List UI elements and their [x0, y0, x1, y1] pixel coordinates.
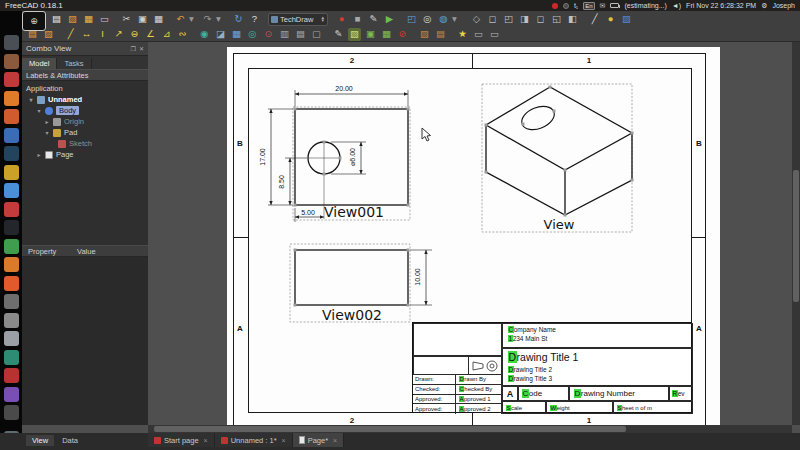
dock-screenshot-icon[interactable] — [4, 313, 19, 328]
drawing-title1-field[interactable]: Drawing Title 1 — [508, 351, 692, 363]
symbol-icon[interactable]: ★ — [456, 28, 469, 41]
checked-by-field[interactable]: Checked By — [456, 386, 492, 392]
dock-browser-icon[interactable] — [4, 128, 19, 143]
code-cell[interactable]: Code — [518, 386, 569, 401]
projection-group-icon[interactable]: ▦ — [230, 28, 243, 41]
insert-image-icon[interactable]: ▣ — [364, 28, 377, 41]
close-tab-icon[interactable]: × — [333, 437, 337, 444]
dock-obs-icon[interactable] — [4, 220, 19, 235]
expand-icon[interactable]: ▸ — [36, 151, 42, 158]
refresh-icon[interactable]: ↻ — [232, 13, 245, 26]
new-document-icon[interactable]: ▤ — [50, 13, 63, 26]
dock-variety-icon[interactable] — [4, 165, 19, 180]
drawing-number-cell[interactable]: Drawing Number — [569, 386, 669, 401]
float-panel-icon[interactable]: ❐ — [131, 45, 136, 52]
print-icon[interactable]: ▭ — [98, 13, 111, 26]
dock-archive-icon[interactable] — [4, 331, 19, 346]
front-view-icon[interactable]: ◻ — [486, 13, 499, 26]
section-view-icon[interactable]: ◪ — [214, 28, 227, 41]
tree-item-page[interactable]: ▸ Page — [22, 149, 148, 160]
dimension-hole-offset[interactable]: 8.50 — [278, 174, 285, 190]
whats-this-icon[interactable]: ? — [248, 13, 261, 26]
clip-remove-icon[interactable]: ▢ — [310, 28, 323, 41]
dock-video-icon[interactable] — [4, 387, 19, 402]
collapse-icon[interactable]: ▾ — [44, 129, 50, 136]
close-tab-icon[interactable]: × — [204, 437, 208, 444]
balloon-icon[interactable]: ⊙ — [262, 28, 275, 41]
leader-dimension-icon[interactable]: ∾ — [176, 28, 189, 41]
dock-calculator-icon[interactable] — [4, 294, 19, 309]
macro-edit-icon[interactable]: ✎ — [367, 13, 380, 26]
chat-tray-icon[interactable]: t₁ — [574, 2, 578, 9]
length-dimension-icon[interactable]: ╱ — [64, 28, 77, 41]
rear-view-icon[interactable]: ◻ — [534, 13, 547, 26]
view001-label[interactable]: View001 — [324, 204, 384, 220]
tab-model[interactable]: Model — [22, 58, 57, 69]
clip-group-icon[interactable]: ▥ — [278, 28, 291, 41]
property-table[interactable] — [22, 257, 148, 425]
copy-icon[interactable]: ▣ — [136, 13, 149, 26]
bottom-view-icon[interactable]: ◱ — [550, 13, 563, 26]
drawing-title3-field[interactable]: Drawing Title 3 — [508, 375, 692, 382]
dimension-height[interactable]: 17.00 — [259, 147, 266, 167]
frames-off-icon[interactable]: ⊘ — [396, 28, 409, 41]
drawing-canvas[interactable]: 2 1 2 1 B A B A — [148, 42, 800, 425]
close-panel-icon[interactable]: ✕ — [139, 45, 144, 52]
approved2-field[interactable]: Approved 2 — [456, 406, 491, 412]
doc-tab-start-page[interactable]: Start page × — [148, 433, 215, 447]
close-tab-icon[interactable]: × — [282, 437, 286, 444]
gear-icon[interactable]: ⚙ — [761, 2, 767, 10]
doc-tab-page[interactable]: Page* × — [293, 433, 345, 447]
export-dxf-icon[interactable]: ▭ — [488, 28, 501, 41]
turntable-icon[interactable]: ● — [604, 13, 617, 26]
hatch-icon[interactable]: ▨ — [418, 28, 431, 41]
insert-view-icon[interactable]: ◉ — [198, 28, 211, 41]
left-view-icon[interactable]: ◧ — [566, 13, 579, 26]
fit-all-icon[interactable]: ◰ — [405, 13, 418, 26]
geometric-hatch-icon[interactable]: ▤ — [434, 28, 447, 41]
dimension-width[interactable]: 20.00 — [334, 85, 354, 92]
open-document-icon[interactable]: ▨ — [66, 13, 79, 26]
macro-record-icon[interactable]: ● — [335, 13, 348, 26]
macro-play-icon[interactable]: ▶ — [383, 13, 396, 26]
approved1-field[interactable]: Approved 1 — [456, 396, 491, 402]
dropdown-caret-icon[interactable]: ▾ — [185, 13, 198, 26]
save-icon[interactable]: ▦ — [82, 13, 95, 26]
dock-redapp-icon[interactable] — [4, 368, 19, 383]
dimension-hole-diameter[interactable]: ⌀6.00 — [349, 147, 357, 167]
angle-dimension-icon[interactable]: ∠ — [144, 28, 157, 41]
tree-item-origin[interactable]: ▸ Origin — [22, 116, 148, 127]
address-field[interactable]: 1234 Main St — [508, 335, 692, 342]
diameter-dimension-icon[interactable]: ⊖ — [128, 28, 141, 41]
dock-media-icon[interactable] — [4, 72, 19, 87]
dock-firefox-icon[interactable] — [4, 91, 19, 106]
isometric-view-icon[interactable]: ◇ — [470, 13, 483, 26]
collapse-icon[interactable]: ▾ — [36, 107, 42, 114]
tree-item-unnamed[interactable]: ▾ Unnamed — [22, 94, 148, 105]
new-page-template-icon[interactable]: ▨ — [42, 28, 55, 41]
vertical-scrollbar[interactable] — [792, 42, 800, 425]
tree-item-body[interactable]: ▾ Body — [22, 105, 148, 116]
keyboard-layout-indicator[interactable]: En — [583, 2, 594, 10]
mail-tray-icon[interactable]: ✉ — [600, 2, 606, 10]
view-label[interactable]: View — [544, 217, 575, 232]
view002-label[interactable]: View002 — [322, 307, 382, 323]
dimension-hole-x[interactable]: 5.00 — [300, 209, 316, 216]
horizontal-scrollbar-thumb[interactable] — [154, 426, 626, 432]
dock-spreadsheet-icon[interactable] — [4, 239, 19, 254]
drawing-page[interactable]: 2 1 2 1 B A B A — [227, 47, 720, 428]
tab-tasks[interactable]: Tasks — [57, 58, 91, 69]
radius-dimension-icon[interactable]: ↗ — [112, 28, 125, 41]
dropdown-caret-icon[interactable]: ▾ — [212, 13, 225, 26]
new-page-default-icon[interactable]: ▤ — [26, 28, 39, 41]
dock-software-icon[interactable] — [4, 54, 19, 69]
macro-stop-icon[interactable]: ■ — [351, 13, 364, 26]
sheet-cell[interactable]: Sheet n of m — [613, 401, 693, 414]
top-view-icon[interactable]: ◰ — [502, 13, 515, 26]
user-menu[interactable]: Joseph — [772, 2, 795, 9]
clock[interactable]: Fri Nov 22 6:28:32 PM — [686, 2, 756, 9]
dock-docs-icon[interactable] — [4, 183, 19, 198]
angle-3pt-dimension-icon[interactable]: ⊿ — [160, 28, 173, 41]
paste-icon[interactable]: ▦ — [152, 13, 165, 26]
volume-icon[interactable]: ◄) — [672, 2, 681, 9]
